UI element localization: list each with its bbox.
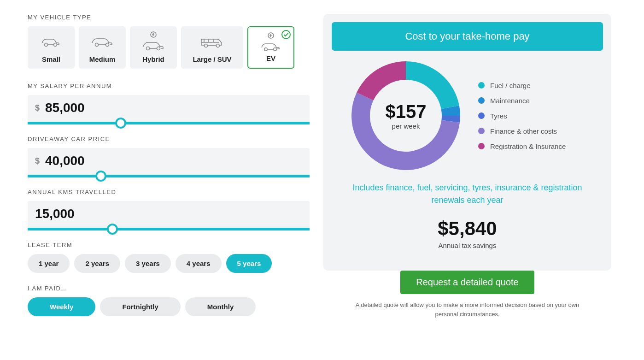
svg-point-12 — [216, 44, 219, 47]
vehicle-type-ev[interactable]: EV — [247, 26, 294, 69]
currency-symbol: $ — [35, 156, 40, 166]
cost-donut-chart: $157 per week — [348, 58, 463, 173]
car-suv-icon — [199, 35, 225, 48]
svg-point-0 — [45, 43, 48, 47]
legend-item: Registration & Insurance — [478, 142, 566, 150]
salary-slider-thumb[interactable] — [115, 118, 126, 129]
legend-label: Maintenance — [490, 97, 530, 105]
donut-legend: Fuel / chargeMaintenanceTyresFinance & o… — [478, 82, 566, 150]
pill-1-year[interactable]: 1 year — [28, 254, 70, 273]
quote-fineprint: A detailed quote will allow you to make … — [323, 301, 611, 319]
lease-term-label: LEASE TERM — [28, 242, 310, 248]
legend-label: Registration & Insurance — [490, 142, 566, 150]
kms-slider[interactable] — [28, 228, 310, 230]
legend-label: Fuel / charge — [490, 82, 531, 89]
annual-savings-label: Annual tax savings — [332, 242, 603, 249]
vehicle-type-label-text: EV — [266, 54, 275, 62]
legend-swatch-icon — [478, 82, 485, 89]
car-medium-icon — [91, 35, 114, 47]
legend-label: Finance & other costs — [490, 127, 557, 135]
pill-4-years[interactable]: 4 years — [176, 254, 222, 273]
svg-point-3 — [95, 43, 99, 47]
vehicle-type-label: MY VEHICLE TYPE — [28, 14, 310, 21]
vehicle-type-medium[interactable]: Medium — [79, 26, 126, 69]
vehicle-type-label-text: Medium — [89, 55, 116, 63]
price-slider[interactable] — [28, 175, 310, 177]
svg-point-20 — [264, 48, 267, 51]
legend-item: Maintenance — [478, 97, 566, 105]
pill-weekly[interactable]: Weekly — [28, 297, 95, 316]
pill-5-years[interactable]: 5 years — [226, 254, 272, 273]
check-icon — [281, 30, 291, 39]
salary-label: MY SALARY PER ANNUM — [28, 83, 310, 89]
kms-input[interactable]: 15,000 — [28, 201, 310, 227]
result-card: Cost to your take-home pay $157 per week… — [323, 14, 611, 271]
legend-swatch-icon — [478, 112, 485, 119]
price-label: DRIVEAWAY CAR PRICE — [28, 136, 310, 142]
price-value: 40,000 — [45, 153, 85, 168]
donut-center-value: $157 — [386, 101, 427, 122]
kms-label: ANNUAL KMS TRAVELLED — [28, 189, 310, 195]
legend-swatch-icon — [478, 128, 485, 134]
salary-input[interactable]: $ 85,000 — [28, 95, 310, 121]
price-slider-thumb[interactable] — [95, 171, 106, 182]
car-hybrid-icon — [142, 31, 165, 51]
annual-savings-amount: $5,840 — [332, 218, 603, 240]
pill-monthly[interactable]: Monthly — [185, 297, 256, 316]
includes-text: Includes finance, fuel, servicing, tyres… — [332, 182, 603, 207]
vehicle-type-label-text: Large / SUV — [193, 55, 231, 63]
vehicle-type-group: Small Medium — [28, 26, 310, 69]
car-small-icon — [41, 35, 62, 47]
svg-point-7 — [146, 47, 150, 50]
pill-fortnightly[interactable]: Fortnightly — [100, 297, 180, 316]
svg-point-1 — [54, 43, 57, 47]
vehicle-type-label-text: Hybrid — [142, 55, 164, 63]
vehicle-type-large-suv[interactable]: Large / SUV — [181, 26, 243, 69]
price-input[interactable]: $ 40,000 — [28, 148, 310, 174]
legend-item: Finance & other costs — [478, 127, 566, 135]
pill-2-years[interactable]: 2 years — [74, 254, 120, 273]
car-ev-icon — [259, 32, 282, 52]
svg-point-4 — [106, 43, 109, 47]
cost-header: Cost to your take-home pay — [332, 22, 603, 51]
legend-item: Tyres — [478, 112, 566, 120]
donut-center-unit: per week — [386, 122, 427, 130]
paid-options: WeeklyFortnightlyMonthly — [28, 297, 310, 316]
vehicle-type-hybrid[interactable]: Hybrid — [130, 26, 177, 69]
currency-symbol: $ — [35, 103, 40, 113]
request-quote-button[interactable]: Request a detailed quote — [400, 271, 534, 294]
salary-value: 85,000 — [45, 100, 85, 115]
vehicle-type-label-text: Small — [42, 55, 60, 63]
kms-value: 15,000 — [35, 207, 75, 221]
legend-label: Tyres — [490, 112, 507, 120]
paid-label: I AM PAID… — [28, 285, 310, 292]
vehicle-type-small[interactable]: Small — [28, 26, 75, 69]
svg-point-18 — [282, 30, 290, 39]
lease-term-options: 1 year2 years3 years4 years5 years — [28, 254, 310, 273]
legend-item: Fuel / charge — [478, 82, 566, 89]
legend-swatch-icon — [478, 143, 485, 149]
svg-point-8 — [157, 47, 160, 50]
svg-point-21 — [274, 48, 276, 51]
salary-slider[interactable] — [28, 122, 310, 124]
legend-swatch-icon — [478, 97, 485, 104]
pill-3-years[interactable]: 3 years — [125, 254, 171, 273]
kms-slider-thumb[interactable] — [107, 224, 118, 235]
svg-point-11 — [204, 44, 207, 47]
